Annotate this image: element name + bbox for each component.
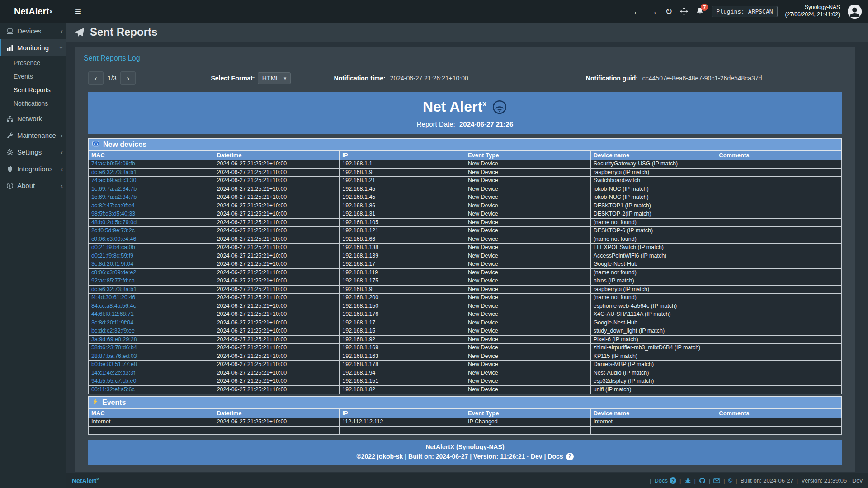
footer-docs-link[interactable]: Docs ?: [654, 477, 676, 484]
mac-address-link[interactable]: 1c:69:7a:a2:34:7b: [91, 186, 137, 192]
footer-built: Built on: 2024-06-27: [741, 477, 793, 484]
format-label: Select Format:: [211, 75, 255, 82]
mac-address-link[interactable]: 3c:8d:20:f1:9f:04: [91, 319, 133, 326]
column-header: Event Type: [465, 409, 590, 418]
move-icon[interactable]: [680, 7, 688, 15]
page-header: Sent Reports: [66, 23, 868, 42]
mac-address-link[interactable]: 44:6f:f8:12:68:71: [91, 311, 134, 317]
new-devices-table: New devices MACDatetimeIPEvent TypeDevic…: [88, 138, 842, 394]
table-row: 1c:69:7a:a2:34:7b2024-06-27 21:25:21+10:…: [89, 185, 842, 193]
docs-question-icon[interactable]: ?: [566, 453, 574, 460]
table-row: 14:c1:4e:2e:a3:3f2024-06-27 21:25:21+10:…: [89, 369, 842, 377]
github-icon[interactable]: [699, 477, 706, 484]
notification-time-value: 2024-06-27 21:26:21+10:00: [390, 75, 468, 82]
mac-address-link[interactable]: 98:5f:d3:d5:40:33: [91, 211, 135, 217]
table-row: dc:a6:32:73:8a:b12024-06-27 21:25:21+10:…: [89, 285, 842, 294]
brand-logo[interactable]: NetAlertx: [0, 0, 66, 23]
column-header: MAC: [89, 151, 214, 160]
sidebar-toggle-button[interactable]: ≡: [66, 0, 90, 23]
mac-address-link[interactable]: f4:4d:30:61:20:46: [91, 294, 135, 300]
table-row: b0:be:83:51:77:e82024-06-27 21:25:21+10:…: [89, 361, 842, 369]
footer-links: | Docs ? | | | | © |: [650, 477, 863, 484]
mac-address-link[interactable]: ac:82:47:ca:0f:e4: [91, 202, 135, 209]
table-row: 58:b6:23:70:d6:b42024-06-27 21:25:21+10:…: [89, 344, 842, 352]
chevron-left-icon: ‹: [61, 28, 63, 35]
mac-address-link[interactable]: 28:87:ba:76:ed:03: [91, 353, 137, 359]
mac-address-link[interactable]: dc:a6:32:73:8a:b1: [91, 169, 137, 175]
mac-address-link[interactable]: 2c:f0:5d:9e:73:2c: [91, 227, 135, 234]
next-report-button[interactable]: ›: [120, 71, 136, 85]
mac-address-link[interactable]: 58:b6:23:70:d6:b4: [91, 344, 137, 351]
table-row: dc:a6:32:73:8a:b12024-06-27 21:25:21+10:…: [89, 168, 842, 177]
mac-address-link[interactable]: 84:cc:a8:4a:56:4c: [91, 303, 136, 309]
mac-address-link[interactable]: b0:be:83:51:77:e8: [91, 361, 137, 367]
top-navbar: NetAlertx ≡ ← → ↻ 7 Plugins: ARPSCAN Syn…: [0, 0, 868, 23]
report-date-label: Report Date:: [417, 120, 455, 128]
sidebar-item-label: Settings: [17, 148, 42, 156]
column-header-row: MACDatetimeIPEvent TypeDevice nameCommen…: [89, 409, 842, 418]
mac-address-link[interactable]: 94:b5:55:c7:cb:e0: [91, 378, 136, 384]
table-row: 98:5f:d3:d5:40:332024-06-27 21:25:21+10:…: [89, 210, 842, 219]
mac-address-link[interactable]: 48:b0:2d:5c:79:0d: [91, 219, 137, 225]
mail-icon[interactable]: [713, 477, 720, 484]
mac-address-link[interactable]: 3c:8d:20:f1:9f:04: [91, 261, 133, 267]
table-row: 94:b5:55:c7:cb:e02024-06-27 21:25:21+10:…: [89, 377, 842, 386]
mac-address-link[interactable]: 92:ac:85:77:fd:ca: [91, 277, 135, 284]
mac-address-link[interactable]: d0:21:f9:8c:59:f9: [91, 253, 133, 259]
mac-address-link[interactable]: c0:06:c3:09:e4:46: [91, 236, 136, 242]
sidebar-item-events[interactable]: Events: [0, 70, 66, 83]
chevron-left-icon: ‹: [61, 149, 63, 156]
mac-address-link[interactable]: 00:11:32:ef:a5:6c: [91, 386, 135, 393]
user-avatar[interactable]: [848, 5, 862, 19]
table-row: d0:21:f9:b4:ca:0b2024-06-27 21:25:21+10:…: [89, 244, 842, 252]
report-footer-line: ©2022 jokob-sk | Built on: 2024-06-27 | …: [356, 453, 563, 460]
chevron-left-icon: ‹: [61, 132, 63, 139]
sidebar-item-settings[interactable]: Settings ‹: [0, 144, 66, 160]
sidebar-item-sent-reports[interactable]: Sent Reports: [0, 83, 66, 97]
column-header: Comments: [716, 409, 842, 418]
netalertx-logo-icon: [492, 99, 507, 115]
mac-address-link[interactable]: 1c:69:7a:a2:34:7b: [91, 194, 137, 200]
table-row: d0:21:f9:8c:59:f92024-06-27 21:25:21+10:…: [89, 252, 842, 260]
sidebar-item-notifications[interactable]: Notifications: [0, 97, 66, 110]
sidebar-item-devices[interactable]: Devices ‹: [0, 23, 66, 39]
mac-address-link[interactable]: 3a:9d:69:e0:29:28: [91, 336, 137, 343]
table-row: c0:06:c3:09:de:e22024-06-27 21:25:21+10:…: [89, 268, 842, 277]
nav-forward-icon[interactable]: →: [649, 7, 657, 16]
nav-back-icon[interactable]: ←: [632, 7, 641, 16]
sidebar-item-presence[interactable]: Presence: [0, 56, 66, 70]
bug-report-icon[interactable]: [684, 477, 691, 484]
mac-address-link[interactable]: 74:ac:b9:ad:c3:30: [91, 177, 136, 183]
navbar-right: ← → ↻ 7 Plugins: ARPSCAN Synology-NAS (2…: [632, 0, 868, 23]
sidebar-item-integrations[interactable]: Integrations ‹: [0, 160, 66, 177]
sidebar-item-about[interactable]: About ‹: [0, 177, 66, 194]
refresh-icon[interactable]: ↻: [665, 7, 672, 16]
sidebar-item-label: About: [17, 182, 35, 189]
column-header: IP: [340, 409, 465, 418]
mac-address-link[interactable]: dc:a6:32:73:8a:b1: [91, 286, 137, 292]
notifications-bell-icon[interactable]: 7: [696, 7, 704, 15]
mac-address-link[interactable]: d0:21:f9:b4:ca:0b: [91, 244, 135, 250]
plug-icon: [6, 165, 14, 173]
sidebar-item-network[interactable]: Network: [0, 110, 66, 127]
table-row: 28:87:ba:76:ed:032024-06-27 21:25:21+10:…: [89, 352, 842, 361]
sidebar-item-maintenance[interactable]: Maintenance ‹: [0, 127, 66, 144]
footer-version: Version: 21:39:05 - Dev: [801, 477, 863, 484]
mac-address-link[interactable]: 74:ac:b9:54:09:fb: [91, 160, 135, 167]
mac-address-link[interactable]: bc:dd:c2:32:f9:ee: [91, 328, 135, 334]
mac-address-link[interactable]: 14:c1:4e:2e:a3:3f: [91, 370, 135, 376]
format-select[interactable]: HTML ▾: [258, 72, 291, 84]
prev-report-button[interactable]: ‹: [88, 71, 104, 85]
sidebar-item-monitoring[interactable]: Monitoring ›: [0, 39, 66, 56]
sent-reports-log-link[interactable]: Sent Reports Log: [84, 54, 140, 62]
table-row: 48:b0:2d:5c:79:0d2024-06-27 21:25:21+10:…: [89, 218, 842, 227]
chevron-down-icon: ›: [58, 47, 66, 49]
laptop-icon: [6, 28, 14, 35]
copyright-icon[interactable]: ©: [728, 477, 733, 484]
table-row: bc:dd:c2:32:f9:ee2024-06-27 21:25:21+10:…: [89, 327, 842, 336]
report-preview: Net Alertx Report Da: [88, 92, 842, 465]
plugins-status-chip[interactable]: Plugins: ARPSCAN: [712, 6, 777, 17]
footer-brand-link[interactable]: NetAlertx: [72, 477, 99, 484]
mac-address-link[interactable]: c0:06:c3:09:de:e2: [91, 269, 136, 276]
caret-down-icon: ▾: [284, 75, 287, 81]
